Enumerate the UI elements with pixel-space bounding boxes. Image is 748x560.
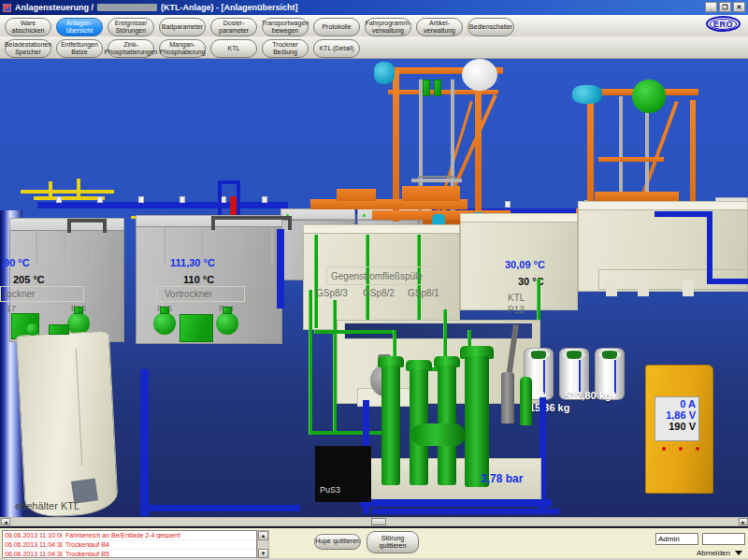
nav-artikelverwaltung[interactable]: Artikel- verwaltung [416, 18, 463, 36]
ktl-name: KTL [508, 293, 525, 303]
storage-green-pump [26, 323, 38, 336]
dryer1-rod [36, 231, 37, 265]
orange-bridge-block [337, 189, 376, 201]
rectifier-voltage-set: 190 V [658, 421, 696, 432]
conveyor-hanger [103, 219, 107, 233]
storage-tank-label: ebehälter KTL [15, 500, 79, 511]
nav-fahrprogrammverwaltung[interactable]: Fahrprogramm- verwaltung [365, 18, 411, 36]
yellow-pipe [34, 196, 105, 200]
nav-ktl[interactable]: KTL [210, 39, 257, 58]
scroll-left-button[interactable]: ◄ [1, 518, 10, 525]
conveyor-bracket [262, 196, 267, 203]
gray-column [501, 372, 514, 424]
ktl-pump-id: P13 [508, 305, 525, 315]
hoist1-green-unit [423, 79, 430, 96]
ero-logo: ERO [706, 16, 741, 32]
weight-small: 15,36 kg [529, 402, 569, 413]
conveyor-rail [37, 202, 288, 208]
window-controls: _ ❐ ✕ [705, 2, 745, 12]
nav-trockner-beoelung[interactable]: Trockner Beölung [262, 39, 309, 58]
nav-beladestationen-speicher[interactable]: Beladestationen Speicher [5, 39, 51, 58]
close-button[interactable]: ✕ [733, 2, 745, 12]
hoist2-green-disk [632, 79, 666, 113]
user-field[interactable] [655, 533, 698, 545]
nav-entfettungen-beize[interactable]: Entfettungen Beize [56, 39, 103, 58]
conveyor-hanger [211, 216, 292, 220]
scroll-right-button[interactable]: ► [739, 518, 748, 525]
pus3-label: PuS3 [320, 485, 340, 495]
skid-bottom-beam [360, 499, 552, 507]
hupe-quittieren-button[interactable]: Hupe quittieren [314, 534, 361, 550]
alarm-time: 06.06.2013 11:04:38 [3, 551, 63, 557]
stoerung-quittieren-button[interactable]: Störung quittieren [367, 531, 419, 553]
skid-bottom-beam [372, 509, 559, 514]
rectifier-voltage-actual: 1,86 V [658, 409, 696, 421]
dryer1-pump-top [74, 307, 83, 314]
nav-protokolle[interactable]: Protokolle [313, 18, 360, 36]
nav-mangan-phosphatierung[interactable]: Mangan- Phosphatierung [159, 39, 206, 58]
alarm-log-list[interactable]: 06.06.2013 11:10:06 Fahrbereich an Be/En… [2, 530, 257, 558]
rinse-cell-2: GSp8/2 [363, 288, 395, 298]
rectifier-led [662, 447, 666, 451]
logout-control[interactable]: Abmelden [697, 549, 742, 557]
blue-post [140, 369, 149, 516]
drum-level-line [579, 360, 581, 394]
dryer2-pump-top [160, 307, 169, 314]
storage-tank-cylinder [16, 331, 119, 517]
hoist1-crossbar [411, 179, 462, 182]
alarm-log-row[interactable]: 06.06.2013 11:10:06 Fahrbereich an Be/En… [3, 531, 256, 540]
orange-bridge-block [402, 186, 460, 201]
scroll-thumb[interactable] [371, 518, 386, 525]
conveyor-post [277, 229, 284, 309]
alarm-log-vscrollbar[interactable]: ▲ ▼ [257, 530, 269, 558]
alarm-log-row[interactable]: 06.06.2013 11:04:38 Trockenlauf B4 [3, 540, 256, 550]
minimize-button[interactable]: _ [705, 2, 717, 12]
green-pipe [314, 330, 395, 334]
nav-ware-abschicken[interactable]: Ware abschicken [5, 18, 51, 36]
toolbar: Ware abschicken Anlagen- übersicht Ereig… [0, 15, 748, 59]
conveyor-bracket [180, 196, 185, 203]
nav-row-2: Beladestationen Speicher Entfettungen Be… [5, 39, 360, 58]
alarm-message: Fahrbereich an Be/Entlade 2-4 gesperrt [63, 532, 180, 538]
alarm-log-row[interactable]: 06.06.2013 11:04:38 Trockenlauf B5 [3, 550, 256, 559]
nav-ktl-detail[interactable]: KTL (Detail) [313, 39, 360, 58]
conveyor-bracket [505, 201, 511, 208]
nav-bedienschalter[interactable]: Bedienschalter [468, 18, 514, 36]
alarm-time: 06.06.2013 11:10:06 [3, 532, 63, 538]
nav-row-1: Ware abschicken Anlagen- übersicht Ereig… [5, 18, 514, 36]
dryer2-temp-actual: 111,30 °C [170, 257, 215, 268]
orange-bridge-right [595, 192, 679, 201]
weight-total: 512,80 kg [565, 390, 611, 401]
plant-3d-viewport[interactable]: ,90 °C 205 °C rockner 17 P16 111,30 °C 1… [0, 59, 748, 517]
nav-dosierparameter[interactable]: Dosier- parameter [210, 18, 257, 36]
nav-transportwagen-bewegen[interactable]: Transportwagen bewegen [262, 18, 309, 36]
background-tank [280, 208, 355, 220]
dryer2-pump-top [223, 307, 232, 314]
scroll-down-button[interactable]: ▼ [258, 549, 268, 558]
status-led [363, 214, 366, 217]
conveyor-hanger [67, 219, 71, 233]
nav-badparameter[interactable]: Badparameter [159, 18, 206, 36]
scroll-up-button[interactable]: ▲ [258, 531, 268, 540]
maximize-button[interactable]: ❐ [719, 2, 731, 12]
app-icon [3, 4, 11, 12]
rinse-name: Gegenstromfließspüle [331, 271, 423, 281]
green-pipe [333, 300, 337, 435]
viewport-hscrollbar[interactable]: ◄ ► [0, 517, 748, 526]
nav-anlagenuebersicht[interactable]: Anlagen- übersicht [56, 18, 103, 36]
dryer1-pump-left-id: 17 [7, 304, 16, 313]
dryer2-rod [238, 227, 240, 263]
password-field[interactable] [702, 533, 745, 545]
tank-leg [683, 280, 694, 296]
tank-leg [606, 278, 617, 296]
green-column [520, 377, 532, 425]
dryer2-rod [164, 227, 165, 263]
tank-leg [638, 278, 649, 296]
nav-zink-phosphatierungen[interactable]: Zink- Phosphatierungen [108, 39, 154, 58]
conveyor-bracket [97, 196, 103, 203]
window-title-prefix: Anlagensteuerung / [15, 3, 94, 12]
hoist1-right-post [475, 74, 482, 219]
rinse-cell-1: GSp8/1 [408, 288, 439, 298]
ktl-temp-actual: 30,09 °C [505, 259, 545, 270]
nav-ereignisse-stoerungen[interactable]: Ereignisse/ Störungen [108, 18, 154, 36]
